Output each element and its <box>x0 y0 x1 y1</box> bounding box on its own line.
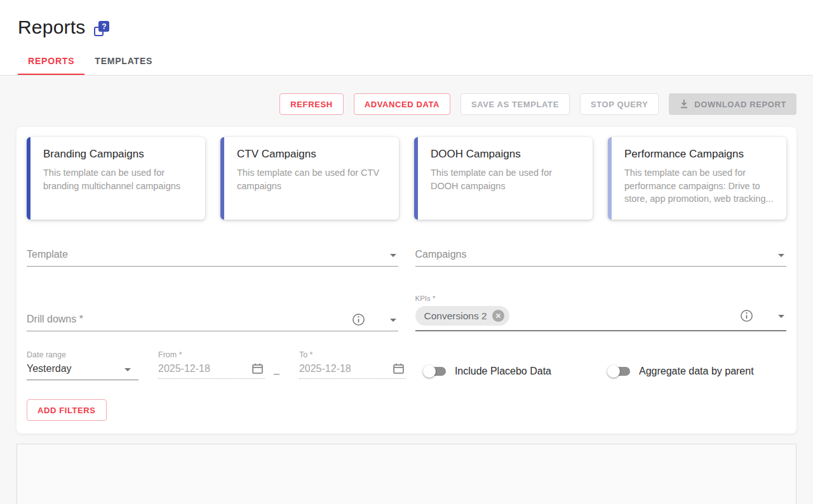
kpis-select-label: KPIs * <box>415 295 787 302</box>
info-icon[interactable] <box>740 309 753 322</box>
download-icon <box>679 99 689 109</box>
include-placebo-label: Include Placebo Data <box>455 366 551 377</box>
date-from-field[interactable]: From * 2025-12-18 <box>158 350 265 379</box>
campaigns-select-label: Campaigns <box>415 249 467 260</box>
help-icon[interactable]: ? <box>94 21 109 36</box>
date-range-group: Date range Yesterday From * 2025-12-18 –… <box>27 350 406 380</box>
calendar-icon[interactable] <box>393 362 405 375</box>
stop-query-button[interactable]: STOP QUERY <box>580 93 659 115</box>
report-results-area <box>17 444 796 504</box>
template-card-description: This template can be used for performanc… <box>624 166 774 206</box>
chevron-down-icon <box>124 368 131 371</box>
template-card-ctv[interactable]: CTV Campaigns This template can be used … <box>220 137 399 220</box>
date-range-value: Yesterday <box>27 363 138 375</box>
date-range-label: Date range <box>27 350 138 359</box>
toggles-group: Include Placebo Data Aggregate data by p… <box>423 362 786 380</box>
toggle-thumb <box>423 365 436 378</box>
aggregate-toggle-group: Aggregate data by parent <box>607 365 754 378</box>
main-content: REFRESH ADVANCED DATA SAVE AS TEMPLATE S… <box>0 93 813 434</box>
info-icon[interactable] <box>352 313 365 326</box>
advanced-data-button[interactable]: ADVANCED DATA <box>354 93 450 115</box>
placebo-toggle-group: Include Placebo Data <box>423 365 551 378</box>
date-to-value: 2025-12-18 <box>299 363 406 375</box>
drill-downs-select[interactable]: Drill downs * <box>27 302 398 331</box>
tab-templates[interactable]: TEMPLATES <box>84 50 163 75</box>
kpi-chip-label: Conversions 2 <box>424 310 487 322</box>
drill-downs-select-label: Drill downs * <box>27 314 83 325</box>
template-card-title: Performance Campaigns <box>624 148 774 161</box>
tab-bar: REPORTS TEMPLATES <box>0 50 813 75</box>
include-placebo-toggle[interactable] <box>423 365 446 378</box>
kpi-chip: Conversions 2 <box>415 306 509 326</box>
date-from-value: 2025-12-18 <box>158 363 265 375</box>
chevron-down-icon <box>390 254 396 257</box>
calendar-icon[interactable] <box>252 362 264 375</box>
add-filters-row: ADD FILTERS <box>27 399 786 421</box>
chevron-down-icon <box>390 319 396 322</box>
template-card-description: This template can be used for DOOH campa… <box>431 166 580 192</box>
help-icon-question-glyph: ? <box>98 21 109 32</box>
date-and-toggles-row: Date range Yesterday From * 2025-12-18 –… <box>27 350 786 380</box>
page-title: Reports <box>18 17 85 38</box>
date-separator: – <box>274 368 279 380</box>
date-to-field[interactable]: To * 2025-12-18 <box>299 350 406 379</box>
toolbar: REFRESH ADVANCED DATA SAVE AS TEMPLATE S… <box>17 93 796 115</box>
template-card-description: This template can be used for CTV campai… <box>237 166 386 192</box>
aggregate-by-parent-label: Aggregate data by parent <box>639 366 754 377</box>
template-card-dooh[interactable]: DOOH Campaigns This template can be used… <box>414 137 593 220</box>
toggle-thumb <box>607 365 620 378</box>
chevron-down-icon <box>778 254 784 257</box>
save-as-template-button[interactable]: SAVE AS TEMPLATE <box>460 93 570 115</box>
template-card-title: Branding Campaigns <box>43 148 192 161</box>
report-builder-panel: Branding Campaigns This template can be … <box>17 127 796 434</box>
template-select-label: Template <box>27 249 68 260</box>
aggregate-by-parent-toggle[interactable] <box>607 365 630 378</box>
download-report-button[interactable]: DOWNLOAD REPORT <box>669 93 796 115</box>
tab-reports[interactable]: REPORTS <box>18 50 84 75</box>
template-select[interactable]: Template <box>27 242 398 267</box>
kpis-select[interactable]: KPIs * Conversions 2 <box>415 295 787 331</box>
date-to-label: To * <box>299 350 406 359</box>
selects-row-2: Drill downs * KPIs * Conversions 2 <box>27 295 786 331</box>
add-filters-button[interactable]: ADD FILTERS <box>27 399 107 421</box>
date-range-select[interactable]: Date range Yesterday <box>27 350 138 380</box>
template-card-performance[interactable]: Performance Campaigns This template can … <box>608 137 786 220</box>
chip-remove-icon[interactable] <box>492 310 504 322</box>
download-report-label: DOWNLOAD REPORT <box>694 100 786 109</box>
date-from-label: From * <box>158 350 265 359</box>
refresh-button[interactable]: REFRESH <box>279 93 343 115</box>
app-header: Reports ? REPORTS TEMPLATES <box>0 0 813 76</box>
selects-row-1: Template Campaigns <box>27 242 786 267</box>
template-card-branding[interactable]: Branding Campaigns This template can be … <box>27 137 205 220</box>
template-cards: Branding Campaigns This template can be … <box>27 137 786 220</box>
template-card-description: This template can be used for branding m… <box>43 166 192 192</box>
template-card-title: CTV Campaigns <box>237 148 386 161</box>
campaigns-select[interactable]: Campaigns <box>415 242 787 267</box>
chevron-down-icon <box>778 315 784 318</box>
template-card-title: DOOH Campaigns <box>431 148 580 161</box>
